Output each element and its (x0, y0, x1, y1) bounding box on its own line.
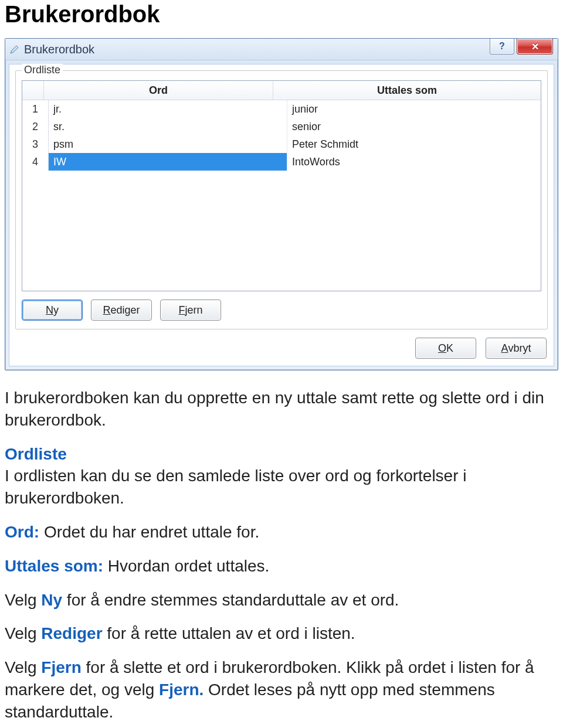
help-button[interactable]: ? (490, 39, 514, 55)
close-icon: ✕ (531, 41, 539, 52)
table-row[interactable]: 3 psm Peter Schmidt (22, 135, 541, 153)
table-row[interactable]: 1 jr. junior (22, 100, 541, 118)
header-index (22, 81, 44, 100)
table-row[interactable]: 2 sr. senior (22, 118, 541, 135)
row-index: 4 (22, 153, 49, 171)
header-ord[interactable]: Ord (44, 81, 273, 100)
ny-pre: Velg (5, 591, 41, 609)
ok-rest: K (446, 342, 453, 355)
cell-uttales: senior (287, 118, 541, 135)
ny-post: for å endre stemmes standarduttale av et… (62, 591, 399, 609)
header-uttales-som[interactable]: Uttales som (273, 81, 541, 100)
fjern-paragraph: Velg Fjern for å slette et ord i brukero… (5, 656, 558, 723)
listview-body: 1 jr. junior 2 sr. senior 3 psm Pete (22, 100, 541, 291)
fjern-keyword2: Fjern. (159, 681, 204, 699)
row-index: 2 (22, 118, 49, 135)
uttales-label: Uttales som: (5, 557, 103, 575)
group-legend: Ordliste (22, 64, 63, 76)
ord-body: Ordet du har endret uttale for. (39, 523, 259, 541)
cell-ord: IW (49, 153, 287, 171)
ordliste-head: Ordliste (5, 445, 67, 463)
rediger-pre: Velg (5, 624, 41, 642)
ordliste-groupbox: Ordliste Ord Uttales som 1 jr. junior (15, 70, 548, 329)
cell-ord: jr. (49, 100, 287, 118)
uttales-body: Hvordan ordet uttales. (103, 557, 269, 575)
cell-ord: psm (49, 135, 287, 153)
rediger-keyword: Rediger (41, 624, 102, 642)
body-text: I brukerordboken kan du opprette en ny u… (5, 387, 558, 723)
cell-uttales: junior (287, 100, 541, 118)
ny-underline: N (46, 304, 53, 317)
rediger-paragraph: Velg Rediger for å rette uttalen av et o… (5, 622, 558, 645)
ord-label: Ord: (5, 523, 39, 541)
fjern-rest: jern (185, 304, 202, 317)
cell-ord: sr. (49, 118, 287, 135)
ok-underline: O (438, 342, 446, 355)
rediger-button[interactable]: Rediger (91, 300, 152, 321)
fjern-pre: Velg (5, 658, 41, 676)
titlebar: Brukerordbok ? ✕ (5, 39, 558, 60)
page-title: Brukerordbok (5, 1, 558, 28)
fjern-keyword: Fjern (41, 658, 81, 676)
rediger-underline: R (103, 304, 110, 317)
row-index: 1 (22, 100, 49, 118)
ny-keyword: Ny (41, 591, 62, 609)
row-index: 3 (22, 135, 49, 153)
fjern-button[interactable]: Fjern (160, 300, 221, 321)
ordliste-paragraph: Ordliste I ordlisten kan du se den samle… (5, 443, 558, 509)
cell-uttales: IntoWords (287, 153, 541, 171)
rediger-rest: ediger (110, 304, 140, 317)
ordliste-body: I ordlisten kan du se den samlede liste … (5, 467, 467, 507)
ny-rest: y (53, 304, 59, 317)
avbryt-button[interactable]: Avbryt (486, 338, 547, 359)
table-row[interactable]: 4 IW IntoWords (22, 153, 541, 171)
rediger-post: for å rette uttalen av et ord i listen. (103, 624, 355, 642)
ny-button[interactable]: Ny (22, 300, 83, 321)
ok-button[interactable]: OK (415, 338, 476, 359)
close-button[interactable]: ✕ (517, 39, 553, 55)
window-title: Brukerordbok (24, 43, 490, 56)
word-listview[interactable]: Ord Uttales som 1 jr. junior 2 sr. senio… (22, 80, 541, 291)
help-icon: ? (499, 41, 505, 52)
ny-paragraph: Velg Ny for å endre stemmes standardutta… (5, 589, 558, 611)
avbryt-underline: A (501, 342, 508, 355)
listview-header: Ord Uttales som (22, 81, 541, 100)
uttales-paragraph: Uttales som: Hvordan ordet uttales. (5, 555, 558, 577)
avbryt-rest: vbryt (508, 342, 531, 355)
intro-paragraph: I brukerordboken kan du opprette en ny u… (5, 387, 558, 431)
pencil-icon (9, 43, 21, 55)
cell-uttales: Peter Schmidt (287, 135, 541, 153)
ord-paragraph: Ord: Ordet du har endret uttale for. (5, 521, 558, 543)
fjern-underline: F (178, 304, 185, 317)
dialog-window: Brukerordbok ? ✕ Ordliste Ord Uttales so… (5, 38, 558, 370)
